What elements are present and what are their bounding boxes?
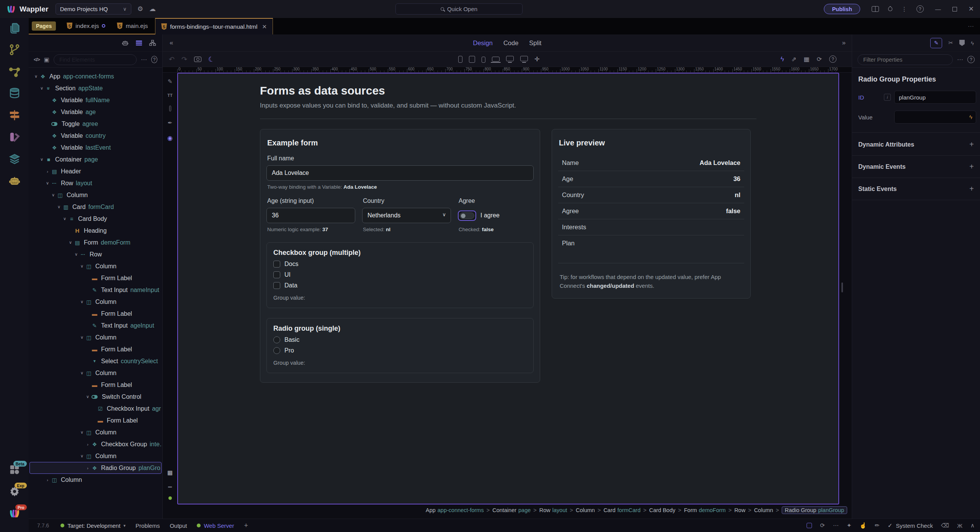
chevron-down-icon[interactable]: ∨ xyxy=(85,394,91,399)
refresh-canvas-icon[interactable] xyxy=(817,55,822,63)
chevron-right-icon[interactable]: › xyxy=(85,442,91,447)
tree-item-column[interactable]: ∨◫Column xyxy=(29,296,162,308)
tree-item-radio-group-plangro[interactable]: ›❖Radio GroupplanGro… xyxy=(29,462,162,474)
theme-droplet-icon[interactable] xyxy=(888,7,892,11)
props-help-icon[interactable] xyxy=(967,56,975,63)
live-data-icon[interactable] xyxy=(781,55,784,63)
tree-item-switch-control[interactable]: ∨Switch Control xyxy=(29,391,162,403)
chevron-down-icon[interactable]: ∨ xyxy=(44,181,51,186)
agree-switch[interactable] xyxy=(458,211,476,221)
breadcrumb-radio-group-plangroup[interactable]: Radio GroupplanGroup xyxy=(782,506,847,514)
typography-icon[interactable] xyxy=(167,93,172,98)
device-phone-small-icon[interactable] xyxy=(482,57,485,63)
tree-item-column[interactable]: ∨◫Column xyxy=(29,426,162,438)
chevron-down-icon[interactable]: ∨ xyxy=(79,335,85,340)
tree-item-container-page[interactable]: ∨■Containerpage xyxy=(29,153,162,165)
tree-item-variable-fullname[interactable]: ❖VariablefullName xyxy=(29,94,162,106)
tree-item-section-appstate[interactable]: ∨»SectionappState xyxy=(29,82,162,94)
feedback-icon[interactable] xyxy=(859,522,867,529)
view-tab-split[interactable]: Split xyxy=(529,39,541,47)
maximize-button[interactable] xyxy=(952,7,957,11)
tree-item-column[interactable]: ∨◫Column xyxy=(29,189,162,201)
value-input[interactable] xyxy=(894,111,976,124)
selection-mode-icon[interactable] xyxy=(807,523,812,528)
wappler-pro-icon[interactable]: Pro xyxy=(7,506,22,520)
tree-view-icon[interactable] xyxy=(149,39,156,46)
database-icon[interactable] xyxy=(7,86,22,100)
chevron-down-icon[interactable]: ∨ xyxy=(50,193,56,197)
more-menu-icon[interactable] xyxy=(902,6,907,13)
system-check-button[interactable]: System Check xyxy=(888,522,933,529)
breadcrumb-container-page[interactable]: Containerpage xyxy=(492,507,531,513)
cleanup-icon[interactable] xyxy=(875,522,880,529)
eyedropper-icon[interactable] xyxy=(169,106,171,111)
device-laptop-icon[interactable] xyxy=(492,57,500,62)
breadcrumb-row[interactable]: Row xyxy=(734,507,745,513)
code-icon[interactable] xyxy=(34,57,40,62)
tree-item-checkbox-input-agr[interactable]: ☑Checkbox Inputagr… xyxy=(29,403,162,415)
collapse-statusbar-icon[interactable] xyxy=(970,522,975,529)
pages-icon[interactable] xyxy=(7,21,22,35)
settings-gear-icon[interactable] xyxy=(137,5,143,13)
tree-item-form-label[interactable]: ▬Form Label xyxy=(29,379,162,391)
extensions-icon[interactable]: Beta xyxy=(7,463,22,477)
device-desktop-icon[interactable] xyxy=(506,56,514,61)
tree-item-form-demoform[interactable]: ∨▤FormdemoForm xyxy=(29,237,162,248)
device-wide-icon[interactable] xyxy=(520,56,528,61)
chevron-down-icon[interactable]: ∨ xyxy=(67,240,74,245)
collapse-tree-icon[interactable] xyxy=(170,39,173,47)
tree-item-row[interactable]: ∨•••Row xyxy=(29,248,162,260)
chevron-down-icon[interactable]: ∨ xyxy=(79,264,85,269)
dynamic-value-bolt-icon[interactable] xyxy=(969,114,972,120)
breadcrumb-app-app-connect-forms[interactable]: Appapp-connect-forms xyxy=(426,507,484,513)
git-icon[interactable] xyxy=(7,43,22,57)
panel-toggle-icon[interactable] xyxy=(168,484,172,488)
tree-item-app-app-connect-forms[interactable]: ∨❖Appapp-connect-forms xyxy=(29,70,162,82)
qr-code-icon[interactable] xyxy=(804,55,809,63)
reload-icon[interactable] xyxy=(820,522,825,529)
tab-close-icon[interactable]: ✕ xyxy=(262,23,267,30)
add-service-button[interactable] xyxy=(244,522,248,530)
tree-item-column[interactable]: ∨◫Column xyxy=(29,331,162,343)
style-brush-icon[interactable] xyxy=(168,119,173,126)
tree-help-icon[interactable] xyxy=(151,56,157,63)
chevron-down-icon[interactable]: ∨ xyxy=(39,86,45,91)
chevron-down-icon[interactable]: ∨ xyxy=(79,430,85,435)
breadcrumb-card-formcard[interactable]: CardformCard xyxy=(603,507,640,513)
ai-assistant-icon[interactable] xyxy=(121,39,129,46)
minimize-button[interactable] xyxy=(935,6,941,12)
find-elements-input[interactable] xyxy=(54,54,137,65)
undo-icon[interactable] xyxy=(169,55,175,64)
country-select[interactable] xyxy=(362,208,451,223)
tree-item-select-countryselect[interactable]: ▼SelectcountrySelect xyxy=(29,355,162,367)
view-tab-code[interactable]: Code xyxy=(503,39,518,47)
routes-icon[interactable] xyxy=(7,108,22,122)
debug-icon[interactable] xyxy=(957,522,962,529)
canvas-scrollbar-thumb[interactable] xyxy=(841,282,843,292)
chevron-down-icon[interactable]: ∨ xyxy=(56,204,62,209)
props-more-icon[interactable] xyxy=(957,56,963,63)
status-more-icon[interactable] xyxy=(833,522,839,529)
tree-item-text-input-ageinput[interactable]: ✎Text InputageInput xyxy=(29,320,162,331)
redo-icon[interactable] xyxy=(181,55,187,64)
events-bolt-icon[interactable] xyxy=(971,40,974,46)
components-icon[interactable] xyxy=(44,56,49,63)
breadcrumb-column[interactable]: Column xyxy=(754,507,773,513)
tab-index-ejs[interactable]: 5index.ejs xyxy=(61,18,111,34)
tree-item-column[interactable]: ›◫Column xyxy=(29,474,162,486)
tree-item-checkbox-group-inte[interactable]: ›❖Checkbox Groupinte… xyxy=(29,438,162,450)
chevron-down-icon[interactable]: ∨ xyxy=(33,74,39,79)
age-input[interactable] xyxy=(266,208,355,223)
canvas-help-icon[interactable] xyxy=(829,55,836,63)
tree-item-card-formcard[interactable]: ∨▥CardformCard xyxy=(29,201,162,213)
filter-properties-input[interactable] xyxy=(858,54,953,65)
tree-item-form-label[interactable]: ▬Form Label xyxy=(29,308,162,320)
chevron-down-icon[interactable]: ∨ xyxy=(79,299,85,304)
breadcrumb-form-demoform[interactable]: FormdemoForm xyxy=(684,507,726,513)
add-static-events-button[interactable] xyxy=(969,184,974,193)
tree-item-heading[interactable]: HHeading xyxy=(29,225,162,237)
tree-item-text-input-nameinput[interactable]: ✎Text InputnameInput xyxy=(29,284,162,296)
open-in-browser-icon[interactable] xyxy=(791,55,796,63)
scissors-icon[interactable] xyxy=(948,39,953,46)
tab-forms-bindings-tour-manual-html[interactable]: 5forms-bindings--tour-manual.html✕ xyxy=(155,18,273,34)
